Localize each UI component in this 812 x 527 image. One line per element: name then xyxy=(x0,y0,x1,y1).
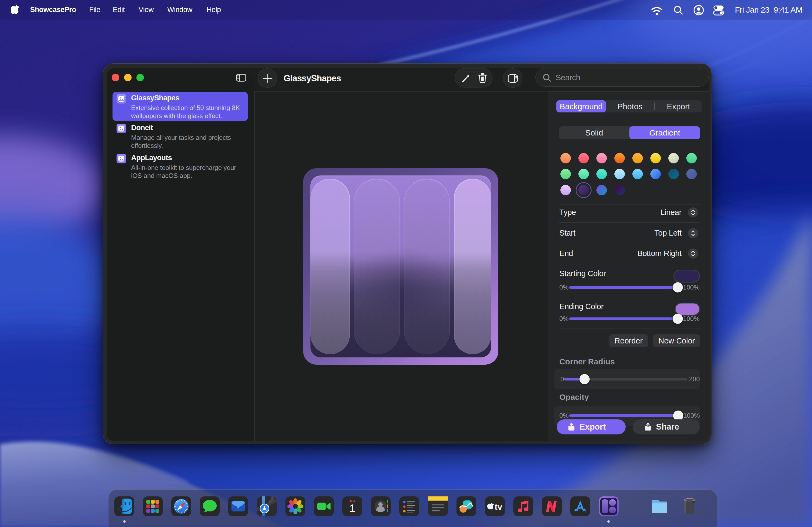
svg-text:tv: tv xyxy=(495,502,503,512)
svg-text:1: 1 xyxy=(349,502,355,514)
